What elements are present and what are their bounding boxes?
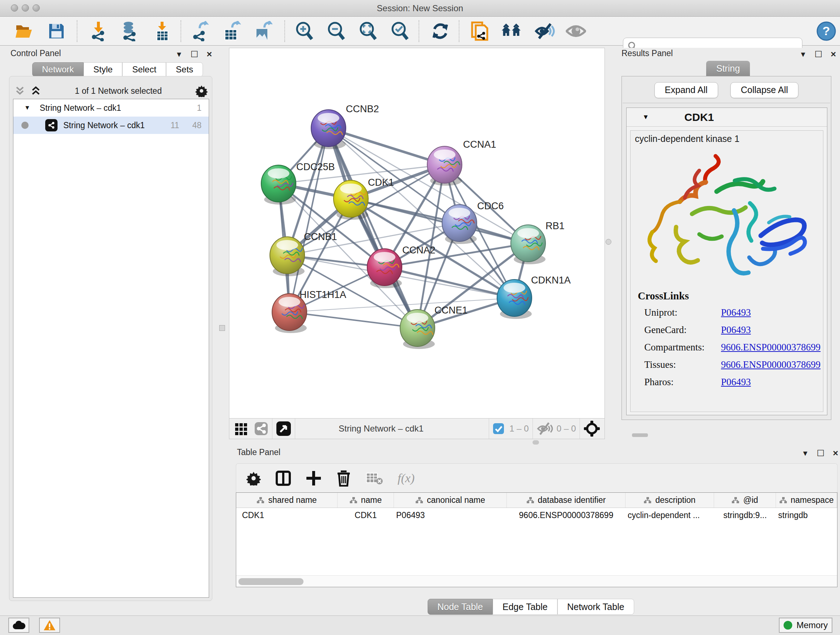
network-collection-row[interactable]: ▼ String Network – cdk1 1	[13, 99, 209, 117]
network-row[interactable]: String Network – cdk1 11 48	[13, 117, 209, 134]
cell-canonical-name[interactable]: P06493	[394, 510, 507, 520]
cell-name[interactable]: CDK1	[338, 510, 394, 520]
tab-sets[interactable]: Sets	[166, 62, 203, 77]
left-splitter-handle[interactable]	[219, 325, 225, 331]
network-canvas[interactable]: CCNB2CCNA1CDC25BCDK1CDC6RB1CCNB1CCNA2CDK…	[229, 48, 605, 418]
network-badge-icon[interactable]	[254, 421, 268, 436]
column-header-5[interactable]: @id	[714, 493, 776, 508]
network-edge[interactable]	[289, 128, 328, 312]
network-node-CDC6[interactable]: CDC6	[442, 201, 504, 244]
zoom-out-icon[interactable]	[326, 21, 347, 41]
hidden-eye-icon[interactable]	[537, 422, 553, 435]
cell-@id[interactable]: stringdb:9...	[714, 510, 776, 520]
export-network-icon[interactable]	[189, 21, 210, 41]
results-panel-maximize-button[interactable]: ☐	[815, 49, 823, 59]
tab-select[interactable]: Select	[122, 62, 166, 77]
cloud-button[interactable]	[8, 618, 29, 633]
gene-entry-header[interactable]: ▼ CDK1	[627, 108, 827, 127]
network-edge[interactable]	[289, 312, 417, 328]
cell-database-identifier[interactable]: 9606.ENSP00000378699	[507, 510, 625, 520]
delete-table-icon[interactable]	[366, 471, 383, 486]
network-view: CCNB2CCNA1CDC25BCDK1CDC6RB1CCNB1CCNA2CDK…	[229, 48, 605, 439]
delete-column-icon[interactable]	[336, 470, 351, 486]
import-network-file-icon[interactable]	[88, 21, 109, 41]
import-network-database-icon[interactable]	[119, 21, 139, 41]
zoom-selected-icon[interactable]	[390, 21, 410, 41]
import-table-file-icon[interactable]	[152, 21, 172, 41]
zoom-in-icon[interactable]	[294, 21, 315, 41]
memory-button[interactable]: Memory	[779, 618, 832, 633]
pharos-link[interactable]: P06493	[721, 377, 751, 388]
column-header-4[interactable]: description	[625, 493, 714, 508]
table-panel-float-button[interactable]: ▼	[802, 449, 809, 458]
results-scrollbar-thumb[interactable]	[632, 433, 648, 437]
warning-button[interactable]	[39, 618, 60, 633]
compartments-link[interactable]: 9606.ENSP00000378699	[721, 342, 821, 353]
save-session-icon[interactable]	[46, 21, 66, 41]
show-selected-icon[interactable]	[566, 21, 586, 41]
tab-node-table[interactable]: Node Table	[428, 599, 493, 615]
control-panel-float-button[interactable]: ▼	[175, 50, 183, 59]
refresh-view-icon[interactable]	[430, 21, 450, 41]
cell-description[interactable]: cyclin-dependent ...	[625, 510, 714, 520]
entry-expander-icon[interactable]: ▼	[643, 113, 649, 121]
column-header-3[interactable]: database identifier	[507, 493, 625, 508]
network-node-CCNA1[interactable]: CCNA1	[427, 139, 496, 186]
table-panel-maximize-button[interactable]: ☐	[817, 448, 825, 458]
network-node-RB1[interactable]: RB1	[511, 220, 565, 264]
tab-network[interactable]: Network	[32, 62, 84, 77]
selected-checkbox-icon[interactable]	[493, 423, 504, 434]
genecard-link[interactable]: P06493	[721, 325, 751, 336]
control-panel-maximize-button[interactable]: ☐	[191, 49, 199, 59]
show-all-panels-icon[interactable]	[501, 21, 521, 41]
open-in-window-icon[interactable]	[276, 421, 291, 436]
tissues-link[interactable]: 9606.ENSP00000378699	[721, 359, 821, 371]
table-hscrollbar[interactable]	[236, 575, 837, 587]
network-node-CDKN1A[interactable]: CDKN1A	[497, 275, 571, 319]
open-session-icon[interactable]	[14, 21, 35, 41]
tab-style[interactable]: Style	[84, 62, 122, 77]
hide-selected-icon[interactable]	[535, 21, 555, 41]
column-header-2[interactable]: canonical name	[394, 493, 507, 508]
cell-shared-name[interactable]: CDK1	[236, 510, 338, 520]
expand-all-button[interactable]: Expand All	[654, 82, 718, 98]
tab-network-table[interactable]: Network Table	[557, 599, 634, 615]
zoom-fit-icon[interactable]	[358, 21, 378, 41]
function-builder-icon[interactable]: f(x)	[398, 471, 415, 485]
collection-expander-icon[interactable]: ▼	[24, 104, 30, 111]
export-table-icon[interactable]	[221, 21, 242, 41]
gear-icon[interactable]	[195, 85, 208, 97]
table-panel-close-button[interactable]: ✕	[832, 449, 838, 458]
network-edge[interactable]	[328, 128, 445, 165]
column-type-icon	[779, 497, 787, 504]
expand-all-icon[interactable]	[30, 86, 41, 96]
results-panel-close-button[interactable]: ✕	[830, 50, 836, 59]
table-row[interactable]: CDK1CDK1P064939606.ENSP00000378699cyclin…	[236, 508, 837, 523]
network-node-CCNE1[interactable]: CCNE1	[400, 305, 468, 349]
network-node-CCNB1[interactable]: CCNB1	[270, 231, 337, 276]
node-label-CDKN1A: CDKN1A	[531, 275, 571, 286]
grid-view-icon[interactable]	[234, 422, 248, 435]
right-splitter-handle[interactable]	[606, 239, 611, 245]
table-hscrollbar-thumb[interactable]	[238, 578, 303, 585]
birds-eye-toggle-icon[interactable]	[584, 420, 600, 437]
collapse-all-icon[interactable]	[14, 86, 25, 96]
column-header-6[interactable]: namespace	[776, 493, 837, 508]
uniprot-link[interactable]: P06493	[721, 307, 751, 318]
column-header-1[interactable]: name	[338, 493, 394, 508]
results-panel-float-button[interactable]: ▼	[799, 50, 807, 59]
clone-network-icon[interactable]	[470, 21, 490, 41]
tab-string[interactable]: String	[706, 61, 750, 76]
control-panel-close-button[interactable]: ✕	[206, 50, 212, 59]
table-gear-icon[interactable]	[246, 471, 261, 486]
help-icon[interactable]: ?	[816, 21, 836, 41]
column-header-0[interactable]: shared name	[236, 493, 338, 508]
horizontal-splitter-handle[interactable]	[532, 440, 539, 445]
select-columns-icon[interactable]	[275, 470, 291, 486]
export-image-icon[interactable]	[253, 21, 273, 41]
network-node-CCNB2[interactable]: CCNB2	[311, 103, 379, 149]
add-column-icon[interactable]	[306, 470, 322, 486]
cell-namespace[interactable]: stringdb	[776, 510, 837, 520]
tab-edge-table[interactable]: Edge Table	[493, 599, 557, 615]
collapse-all-button[interactable]: Collapse All	[730, 82, 799, 98]
